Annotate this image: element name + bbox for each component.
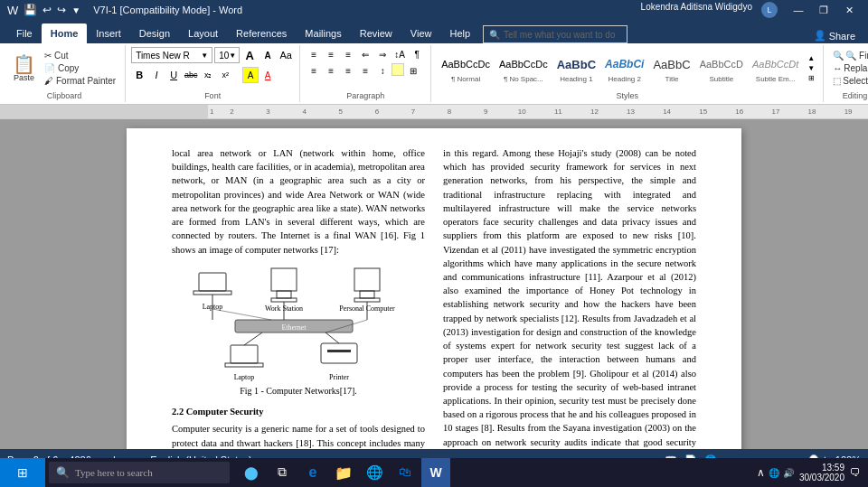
multilevel-list-button[interactable]: ≡ <box>340 47 356 61</box>
format-painter-icon: 🖌 <box>44 76 53 86</box>
svg-rect-7 <box>354 268 380 291</box>
style-normal-label: ¶ Normal <box>451 75 480 83</box>
styles-scroll[interactable]: ▲ ▼ ⊞ <box>805 52 817 84</box>
font-label: Font <box>131 89 294 100</box>
svg-text:Laptop: Laptop <box>234 373 255 381</box>
up-arrow-icon[interactable]: ∧ <box>757 466 765 480</box>
align-left-button[interactable]: ≡ <box>306 63 322 78</box>
justify-button[interactable]: ≡ <box>357 63 373 78</box>
bold-button[interactable]: B <box>131 67 147 83</box>
quick-save[interactable]: 💾 <box>24 4 37 16</box>
font-grow-button[interactable]: A <box>241 47 258 63</box>
minimize-button[interactable]: — <box>787 2 810 18</box>
replace-button[interactable]: ↔ Replace <box>829 62 868 74</box>
italic-button[interactable]: I <box>148 67 165 83</box>
document-page[interactable]: local area network or LAN (network withi… <box>127 128 741 449</box>
style-subtle-em-label: Subtle Em... <box>756 75 796 83</box>
style-normal-preview: AaBbCcDc <box>441 53 490 75</box>
style-subtle-em[interactable]: AaBbCcDt Subtle Em... <box>748 52 803 85</box>
close-button[interactable]: ✕ <box>837 2 861 18</box>
style-heading2[interactable]: AaBbCi Heading 2 <box>600 52 648 85</box>
cut-button[interactable]: ✂ Cut <box>41 50 119 61</box>
align-right-button[interactable]: ≡ <box>340 63 356 78</box>
explorer-icon: 📁 <box>335 464 353 482</box>
para-row-1: ≡ ≡ ≡ ⇐ ⇒ ↕A ¶ <box>306 47 425 61</box>
style-title[interactable]: AaBbC Title <box>648 52 694 85</box>
strikethrough-button[interactable]: abc <box>183 67 199 83</box>
taskbar-search[interactable]: 🔍 Type here to search <box>49 462 230 483</box>
superscript-button[interactable]: x² <box>217 67 233 83</box>
svg-rect-4 <box>277 291 291 298</box>
tab-insert[interactable]: Insert <box>87 23 130 43</box>
share-icon: 👤 <box>814 30 826 42</box>
volume-icon[interactable]: 🔊 <box>783 468 794 478</box>
network-icon[interactable]: 🌐 <box>769 468 779 478</box>
left-para-2: Computer security is a generic name for … <box>172 422 425 449</box>
taskbar-cortana[interactable]: ⬤ <box>237 458 266 487</box>
font-size-dropdown-icon: ▼ <box>229 52 236 60</box>
font-shrink-button[interactable]: A <box>259 47 276 63</box>
increase-indent-button[interactable]: ⇒ <box>374 47 391 61</box>
line-spacing-button[interactable]: ↕ <box>374 63 391 78</box>
quick-redo[interactable]: ↪ <box>57 4 66 16</box>
taskbar-time: 13:59 30/03/2020 <box>799 463 844 482</box>
font-size-selector[interactable]: 10 ▼ <box>214 47 240 63</box>
style-heading1-preview: AaBbC <box>557 53 596 75</box>
taskbar-explorer[interactable]: 📁 <box>329 458 358 487</box>
styles-scroll-up[interactable]: ▲ <box>807 54 816 62</box>
tab-help[interactable]: Help <box>440 23 479 43</box>
shading-button[interactable] <box>392 63 404 76</box>
font-color-button[interactable]: A <box>259 67 276 83</box>
paste-button[interactable]: 📋 Paste <box>9 53 39 84</box>
ribbon-body: 📋 Paste ✂ Cut 📄 Copy 🖌 Format Painter Cl… <box>0 43 868 105</box>
quick-undo[interactable]: ↩ <box>42 4 52 16</box>
tab-review[interactable]: Review <box>351 23 401 43</box>
taskbar-chrome[interactable]: 🌐 <box>360 458 389 487</box>
underline-button[interactable]: U <box>165 67 182 83</box>
notification-icon[interactable]: 🗨 <box>850 466 861 480</box>
tab-view[interactable]: View <box>401 23 441 43</box>
borders-button[interactable]: ⊞ <box>405 63 421 78</box>
tab-home[interactable]: Home <box>42 23 88 43</box>
taskbar-edge[interactable]: e <box>298 458 327 487</box>
taskbar-task-view[interactable]: ⧉ <box>268 458 297 487</box>
styles-expand[interactable]: ⊞ <box>807 74 816 82</box>
align-center-button[interactable]: ≡ <box>323 63 339 78</box>
ribbon-group-clipboard: 📋 Paste ✂ Cut 📄 Copy 🖌 Format Painter Cl… <box>4 45 126 102</box>
taskbar-store[interactable]: 🛍 <box>391 458 420 487</box>
style-normal[interactable]: AaBbCcDc ¶ Normal <box>437 52 495 85</box>
style-heading1[interactable]: AaBbC Heading 1 <box>552 52 600 85</box>
font-name-selector[interactable]: Times New R ▼ <box>131 47 212 63</box>
style-no-spacing[interactable]: AaBbCcDc ¶ No Spac... <box>495 52 552 85</box>
tell-me-input[interactable]: 🔍 Tell me what you want to do <box>483 25 627 43</box>
taskbar-word[interactable]: W <box>421 458 450 487</box>
replace-icon: ↔ <box>833 63 842 73</box>
select-button[interactable]: ⬚ Select <box>829 75 868 87</box>
tab-file[interactable]: File <box>7 23 42 43</box>
styles-scroll-down[interactable]: ▼ <box>807 64 816 72</box>
subscript-button[interactable]: x₂ <box>200 67 216 83</box>
format-painter-button[interactable]: 🖌 Format Painter <box>41 75 119 87</box>
tab-mailings[interactable]: Mailings <box>296 23 350 43</box>
change-case-button[interactable]: Aa <box>278 47 294 63</box>
start-button[interactable]: ⊞ <box>0 458 45 487</box>
style-subtitle[interactable]: AaBbCcD Subtitle <box>695 52 748 85</box>
svg-rect-19 <box>225 363 263 367</box>
find-button[interactable]: 🔍 🔍 Find <box>829 50 868 61</box>
tab-design[interactable]: Design <box>130 23 179 43</box>
editing-label: Editing <box>829 89 868 100</box>
bullets-button[interactable]: ≡ <box>306 47 322 61</box>
tab-references[interactable]: References <box>227 23 296 43</box>
restore-button[interactable]: ❐ <box>812 2 835 18</box>
share-button[interactable]: 👤 Share <box>808 28 861 43</box>
styles-label: Styles <box>437 89 817 100</box>
decrease-indent-button[interactable]: ⇐ <box>357 47 373 61</box>
copy-button[interactable]: 📄 Copy <box>41 62 119 74</box>
tab-layout[interactable]: Layout <box>179 23 227 43</box>
show-formatting-button[interactable]: ¶ <box>409 47 425 61</box>
highlight-button[interactable]: A <box>242 67 259 83</box>
quick-toolbar-dropdown[interactable]: ▼ <box>71 5 80 15</box>
ribbon-group-paragraph: ≡ ≡ ≡ ⇐ ⇒ ↕A ¶ ≡ ≡ ≡ ≡ ↕ ⊞ Paragraph <box>300 45 431 102</box>
sort-button[interactable]: ↕A <box>392 47 408 61</box>
numbering-button[interactable]: ≡ <box>323 47 339 61</box>
